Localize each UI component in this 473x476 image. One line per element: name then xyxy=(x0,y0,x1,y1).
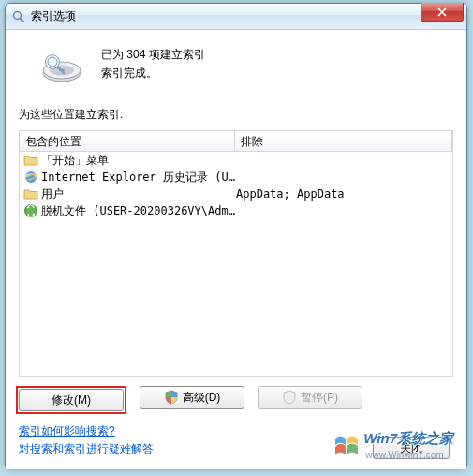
advanced-button[interactable]: 高级(D) xyxy=(140,386,244,409)
folder-icon xyxy=(23,153,38,168)
list-item[interactable]: 脱机文件 (USER-20200326VY\Admin... xyxy=(20,202,452,219)
close-button[interactable] xyxy=(421,3,464,22)
highlight-box: 修改(M) xyxy=(16,386,126,414)
modify-button[interactable]: 修改(M) xyxy=(19,389,124,411)
locations-list: 包含的位置 排除 「开始」菜单 Internet Explorer 历史记录 (… xyxy=(19,130,453,377)
offline-files-icon xyxy=(23,203,38,218)
location-text: 「开始」菜单 xyxy=(41,153,236,169)
dialog-close-button[interactable]: 关闭 xyxy=(373,437,450,459)
exclude-text: AppData; AppData xyxy=(236,187,449,201)
summary: 已为 304 项建立索引 索引完成。 xyxy=(19,37,453,103)
buttons-row: 修改(M) 高级(D) 暂停(P) xyxy=(19,386,453,414)
content-area: 已为 304 项建立索引 索引完成。 为这些位置建立索引: 包含的位置 排除 「… xyxy=(6,30,466,469)
location-text: 用户 xyxy=(41,186,236,202)
ie-icon xyxy=(23,170,38,185)
list-item[interactable]: Internet Explorer 历史记录 (USE... xyxy=(20,169,452,186)
indexed-count-text: 已为 304 项建立索引 xyxy=(101,45,205,64)
shield-icon xyxy=(282,390,297,405)
indexing-options-dialog: 索引选项 已为 304 项建立索引 索引完成。 xyxy=(5,3,467,469)
shield-icon xyxy=(164,390,179,405)
locations-label: 为这些位置建立索引: xyxy=(19,107,453,123)
location-text: 脱机文件 (USER-20200326VY\Admin... xyxy=(41,203,236,219)
header-location[interactable]: 包含的位置 xyxy=(20,131,235,151)
svg-point-11 xyxy=(25,205,37,217)
header-exclude[interactable]: 排除 xyxy=(235,131,452,151)
window-title: 索引选项 xyxy=(31,8,76,24)
folder-icon xyxy=(23,186,38,201)
list-headers: 包含的位置 排除 xyxy=(20,131,452,152)
titlebar[interactable]: 索引选项 xyxy=(6,4,466,30)
list-item[interactable]: 「开始」菜单 xyxy=(20,152,452,169)
search-icon xyxy=(11,9,26,24)
location-text: Internet Explorer 历史记录 (USE... xyxy=(41,170,236,186)
list-body: 「开始」菜单 Internet Explorer 历史记录 (USE... 用户 xyxy=(20,152,452,376)
index-status-text: 索引完成。 xyxy=(101,64,205,82)
pause-button: 暂停(P) xyxy=(258,386,362,409)
svg-line-1 xyxy=(21,18,24,22)
list-item[interactable]: 用户 AppData; AppData xyxy=(20,186,452,202)
index-disk-icon xyxy=(39,45,84,90)
